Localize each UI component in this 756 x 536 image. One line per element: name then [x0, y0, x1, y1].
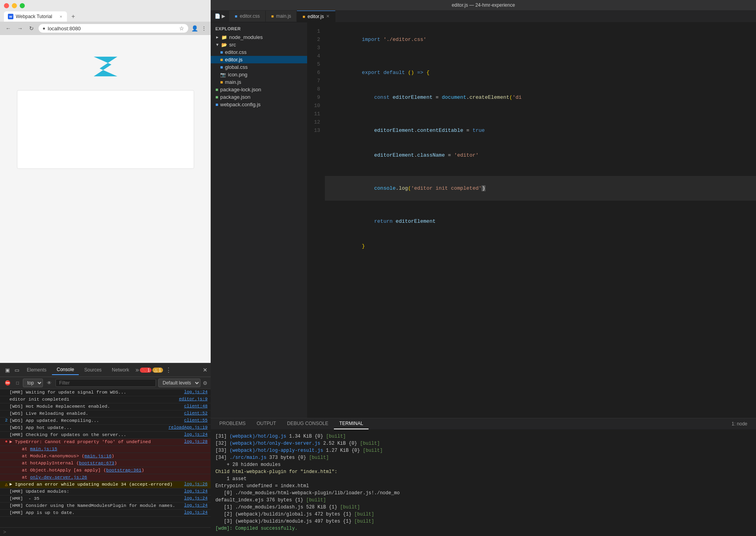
console-source[interactable]: log.js:24 [184, 496, 208, 501]
webpack-file-icon: ■ [215, 102, 218, 107]
console-text: at only-dev-server.js:26 [11, 475, 208, 480]
tree-item-package-json[interactable]: ■ package.json [211, 93, 307, 101]
traffic-lights [4, 3, 207, 8]
code-line-11: return editorElement [325, 209, 756, 234]
terminal-line: default_index.ejs 376 bytes {1} [built] [215, 497, 751, 504]
tab-editor-css[interactable]: ■ editor.css [229, 11, 265, 22]
explorer-header: Explorer [211, 22, 307, 33]
close-button[interactable] [4, 3, 9, 8]
css-file-icon: ■ [220, 65, 223, 70]
svg-marker-0 [94, 57, 117, 76]
code-content[interactable]: import './editor.css' export default () … [325, 22, 756, 418]
tree-item-webpack-config[interactable]: ■ webpack.config.js [211, 101, 307, 108]
console-text: [WDS] Live Reloading enabled. [9, 411, 184, 416]
tab-label-editor-css: editor.css [240, 13, 260, 19]
console-source[interactable]: log.js:24 [184, 489, 208, 493]
console-source[interactable]: log.js:24 [184, 503, 208, 508]
console-source[interactable]: log.js:28 [184, 439, 208, 444]
console-output[interactable]: [HMR] Waiting for update signal from WDS… [0, 389, 211, 527]
preserve-log-button[interactable]: □ [15, 379, 20, 386]
console-source[interactable]: log.js:26 [184, 482, 208, 486]
tree-item-editor-css[interactable]: ■ editor.css [211, 48, 307, 56]
levels-select[interactable]: Default levels [158, 379, 200, 387]
forward-button[interactable]: → [16, 24, 24, 32]
tab-close-editor-js[interactable]: ✕ [326, 14, 330, 19]
back-button[interactable]: ← [4, 24, 13, 32]
address-bar[interactable]: ● localhost:8080 ☆ [39, 24, 188, 33]
tree-item-src[interactable]: ▼ 📂 src [211, 41, 307, 48]
url-text: localhost:8080 [48, 26, 177, 31]
profile-icon[interactable]: 👤 [191, 25, 198, 31]
terminal-line: + 28 hidden modules [215, 461, 751, 468]
reload-button[interactable]: ↻ [28, 24, 35, 32]
explorer-button[interactable]: 📄 ▶ [211, 10, 229, 22]
console-settings-icon[interactable]: ⚙ [203, 380, 208, 386]
tab-label-main-js: main.js [276, 13, 291, 19]
console-source[interactable]: client:48 [184, 404, 208, 408]
tree-item-main-js[interactable]: ■ main.js [211, 78, 307, 86]
tab-close-icon[interactable]: × [60, 14, 62, 19]
inspect-element-button[interactable]: ▣ [3, 366, 12, 374]
terminal-content[interactable]: [31] (webpack)/hot/log.js 1.34 KiB {0} [… [211, 430, 756, 536]
browser-tab-webpack[interactable]: W Webpack Tutorial × [4, 11, 67, 22]
console-text: [WDS] Hot Module Replacement enabled. [9, 404, 184, 409]
clear-console-button[interactable]: ⛔ [3, 379, 12, 386]
panel-tab-output[interactable]: OUTPUT [251, 418, 282, 429]
lock-icon: ● [43, 26, 45, 31]
tree-item-icon-png[interactable]: 📷 icon.png [211, 71, 307, 78]
devtools-tab-network[interactable]: Network [107, 365, 134, 375]
line-num-10: 10 [307, 102, 325, 110]
minimize-button[interactable] [12, 3, 17, 8]
menu-icon[interactable]: ⋮ [201, 25, 207, 31]
tab-label-editor-js: editor.js [308, 14, 324, 19]
device-toolbar-button[interactable]: ▭ [13, 366, 21, 374]
tree-item-node-modules[interactable]: ► 📁 node_modules [211, 33, 307, 41]
console-source[interactable]: log.js:24 [184, 510, 208, 515]
devtools-tab-elements[interactable]: Elements [22, 365, 51, 375]
terminal-line: [3] (webpack)/buildin/module.js 497 byte… [215, 518, 751, 525]
code-line-13 [325, 259, 756, 267]
new-tab-button[interactable]: + [69, 12, 78, 21]
show-console-sidebar-button[interactable]: 👁 [45, 379, 53, 386]
filter-input[interactable] [56, 379, 156, 387]
console-error-detail: at Object.hotApply [as apply] (bootstrap… [0, 467, 211, 474]
maximize-button[interactable] [20, 3, 25, 8]
tab-main-js[interactable]: ■ main.js [266, 11, 297, 22]
panel-tab-problems[interactable]: PROBLEMS [214, 418, 251, 429]
tree-item-global-css[interactable]: ■ global.css [211, 63, 307, 71]
code-editor[interactable]: 1 2 3 4 5 6 7 8 9 10 11 12 13 import './… [307, 22, 756, 418]
panel-tab-debug-console[interactable]: DEBUG CONSOLE [282, 418, 334, 429]
console-prompt-input[interactable] [9, 529, 208, 535]
console-source[interactable]: client:52 [184, 411, 208, 416]
prompt-icon: > [3, 529, 6, 535]
browser-chrome: W Webpack Tutorial × + [0, 0, 211, 22]
more-tools-button[interactable]: » [135, 366, 139, 373]
console-source[interactable]: editor.js:9 [179, 397, 208, 401]
tree-item-package-lock[interactable]: ■ package-lock.json [211, 86, 307, 93]
devtools-tab-sources[interactable]: Sources [80, 365, 106, 375]
vscode-tabbar: 📄 ▶ ■ editor.css ■ main.js ■ editor.js ✕ [211, 10, 756, 22]
code-line-8 [325, 168, 756, 176]
context-select[interactable]: top [23, 379, 43, 387]
console-line: [HMR] App is up to date. log.js:24 [0, 510, 211, 517]
tree-item-editor-js[interactable]: ■ editor.js [211, 56, 307, 63]
console-source[interactable]: reloadApp.js:19 [169, 425, 208, 430]
console-text: ► Ignored an error while updating module… [9, 482, 184, 487]
panel-tab-terminal[interactable]: TERMINAL [334, 418, 369, 429]
console-source[interactable]: client:55 [184, 418, 208, 423]
console-text: [HMR] Checking for updates on the server… [9, 432, 184, 437]
console-source[interactable]: log.js:24 [184, 390, 208, 394]
vscode-panel: editor.js — 24-hmr-experience 📄 ▶ ■ edit… [211, 0, 756, 536]
tab-editor-js[interactable]: ■ editor.js ✕ [297, 11, 335, 22]
console-line: [WDS] App hot update... reloadApp.js:19 [0, 425, 211, 432]
line-numbers: 1 2 3 4 5 6 7 8 9 10 11 12 13 [307, 22, 325, 418]
info-icon: 2 [3, 418, 9, 423]
console-source[interactable]: log.js:24 [184, 432, 208, 437]
vscode-titlebar: editor.js — 24-hmr-experience [211, 0, 756, 10]
devtools-close-button[interactable]: ✕ [203, 367, 208, 373]
devtools-options-button[interactable]: ⋮ [165, 366, 172, 374]
devtools-tab-console[interactable]: Console [52, 365, 79, 375]
bookmark-icon[interactable]: ☆ [179, 25, 184, 31]
console-warning-line: △ ► Ignored an error while updating modu… [0, 481, 211, 488]
vscode-main: Explorer ► 📁 node_modules ▼ 📂 src ■ edit… [211, 22, 756, 418]
